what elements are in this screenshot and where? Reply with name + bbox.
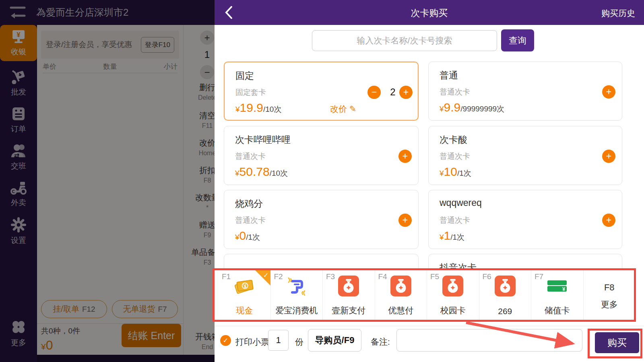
punch-card-bilibili[interactable]: 次卡哔哩哔哩 普通次卡 ¥50.78/10次 + xyxy=(224,126,419,185)
currency-symbol: ¥ xyxy=(440,105,444,113)
cash-icon xyxy=(233,276,256,300)
payment-hotkey: F8 xyxy=(584,282,636,293)
payment-youhuifu[interactable]: F4 优慧付 xyxy=(375,270,427,320)
card-minus-button[interactable]: − xyxy=(367,86,381,99)
aibao-machine-icon xyxy=(285,276,308,300)
card-plus-button[interactable]: + xyxy=(398,214,412,227)
currency-symbol: ¥ xyxy=(235,233,239,242)
card-qty: 2 xyxy=(385,86,401,98)
card-title: 次卡酸 xyxy=(440,134,467,146)
payment-cash[interactable]: F1 现金 ✓ xyxy=(219,270,271,320)
punch-card-partial-right[interactable]: 抖音次卡 xyxy=(428,254,622,269)
payment-label: 壹新支付 xyxy=(323,305,375,316)
punch-card-purchase-panel: 次卡购买 购买历史 查询 固定 固定套卡 ¥19.9/10次 改价 ✎ − 2 … xyxy=(215,0,644,362)
money-bag-icon xyxy=(390,276,411,298)
card-title: wqqwereq xyxy=(440,197,482,208)
punch-card-fixed[interactable]: 固定 固定套卡 ¥19.9/10次 改价 ✎ − 2 + xyxy=(224,62,419,121)
modal-dim-overlay xyxy=(0,0,215,362)
card-plus-button[interactable]: + xyxy=(398,150,412,163)
search-query-button[interactable]: 查询 xyxy=(501,29,534,51)
shopping-guide-button[interactable]: 导购员/F9 xyxy=(308,329,361,352)
card-plus-button[interactable]: + xyxy=(602,150,615,163)
card-price: 10 xyxy=(444,165,457,179)
card-times: /99999999次 xyxy=(460,104,504,114)
payment-hotkey: F4 xyxy=(378,272,387,281)
payment-label: 269 xyxy=(479,306,531,316)
payment-269[interactable]: F6 269 xyxy=(479,270,532,320)
card-title: 抖音次卡 xyxy=(440,261,477,269)
change-price-link[interactable]: 改价 ✎ xyxy=(330,103,356,115)
check-icon: ✓ xyxy=(263,272,268,279)
pencil-icon: ✎ xyxy=(349,104,357,113)
money-bag-icon xyxy=(442,276,463,298)
note-label: 备注: xyxy=(371,336,390,348)
card-price: 0 xyxy=(239,229,246,243)
payment-hotkey: F3 xyxy=(326,272,335,281)
payment-label: 校园卡 xyxy=(427,305,479,316)
print-receipt-label: 打印小票 xyxy=(235,336,269,348)
card-title: 普通 xyxy=(440,69,458,82)
payment-hotkey: F1 xyxy=(222,272,231,281)
card-title: 烧鸡分 xyxy=(235,197,263,210)
search-input[interactable] xyxy=(312,30,497,51)
card-title: 固定 xyxy=(235,70,254,82)
currency-symbol: ¥ xyxy=(440,169,444,178)
payment-label: 储值卡 xyxy=(531,305,583,316)
payment-hotkey: F5 xyxy=(430,272,439,281)
punch-card-suan[interactable]: 次卡酸 普通次卡 ¥10/1次 + xyxy=(428,126,622,185)
payment-label: 爱宝消费机 xyxy=(271,305,323,316)
panel-header: 次卡购买 购买历史 xyxy=(215,0,644,25)
punch-card-partial-left[interactable] xyxy=(224,254,419,269)
currency-symbol: ¥ xyxy=(235,169,239,178)
card-plus-button[interactable]: + xyxy=(399,86,413,99)
print-receipt-checkbox[interactable]: ✓ xyxy=(220,335,231,346)
card-plus-button[interactable]: + xyxy=(602,85,615,99)
panel-title: 次卡购买 xyxy=(215,7,644,19)
payment-stored-value-card[interactable]: F7 ¥ 储值卡 xyxy=(531,270,584,320)
currency-symbol: ¥ xyxy=(440,233,444,242)
check-icon: ✓ xyxy=(223,337,228,344)
card-times: /1次 xyxy=(246,232,260,243)
payment-hotkey: F6 xyxy=(483,272,491,281)
card-price: 9.9 xyxy=(444,101,461,114)
pos-app: 為愛而生分店深圳市2 ¥ 收银 批发 订单 交班 外卖 xyxy=(0,0,644,362)
card-price: 19.9 xyxy=(240,101,263,115)
card-times: /10次 xyxy=(270,168,288,179)
divider xyxy=(215,326,644,326)
payment-hotkey: F7 xyxy=(535,272,543,281)
payment-label: 更多 xyxy=(584,299,636,310)
card-price: 1 xyxy=(444,229,451,243)
card-subtitle: 普通次卡 xyxy=(235,215,266,226)
punch-card-normal[interactable]: 普通 普通次卡 ¥9.9/99999999次 + xyxy=(428,62,622,121)
card-times: /1次 xyxy=(450,232,464,243)
card-title: 次卡哔哩哔哩 xyxy=(235,134,291,146)
card-plus-button[interactable]: + xyxy=(602,214,615,227)
money-bag-icon xyxy=(495,276,516,298)
svg-text:¥: ¥ xyxy=(562,286,566,292)
payment-more[interactable]: F8 更多 xyxy=(584,270,636,320)
copies-input[interactable] xyxy=(268,330,289,351)
payment-campus-card[interactable]: F5 校园卡 xyxy=(427,270,479,320)
card-subtitle: 普通次卡 xyxy=(235,151,266,162)
punch-card-shaojifen[interactable]: 烧鸡分 普通次卡 ¥0/1次 + xyxy=(224,190,419,249)
note-input[interactable] xyxy=(396,329,582,352)
buy-button[interactable]: 购买 xyxy=(595,332,639,353)
payment-hotkey: F2 xyxy=(274,272,283,281)
punch-card-wqqwereq[interactable]: wqqwereq 普通次卡 ¥1/1次 + xyxy=(428,190,622,249)
purchase-history-link[interactable]: 购买历史 xyxy=(601,8,635,19)
change-price-label: 改价 xyxy=(330,104,347,113)
payment-yixin[interactable]: F3 壹新支付 xyxy=(323,270,375,320)
card-times: /10次 xyxy=(263,104,281,115)
payment-method-row: F1 现金 ✓ F2 爱宝消费机 F3 壹新支付 F4 优慧付 xyxy=(219,270,635,320)
card-grid: 固定 固定套卡 ¥19.9/10次 改价 ✎ − 2 + 普通 普通次卡 ¥9.… xyxy=(215,56,644,269)
card-subtitle: 普通次卡 xyxy=(440,151,470,162)
money-bag-icon xyxy=(338,276,359,298)
payment-aibao-consumer[interactable]: F2 爱宝消费机 xyxy=(271,270,323,320)
card-subtitle: 普通次卡 xyxy=(440,215,470,226)
payment-label: 优慧付 xyxy=(375,305,427,316)
card-times: /1次 xyxy=(457,168,471,179)
card-price: 50.78 xyxy=(239,165,270,179)
card-subtitle: 固定套卡 xyxy=(235,87,266,98)
copies-unit-label: 份 xyxy=(295,336,303,348)
card-subtitle: 普通次卡 xyxy=(440,87,470,97)
